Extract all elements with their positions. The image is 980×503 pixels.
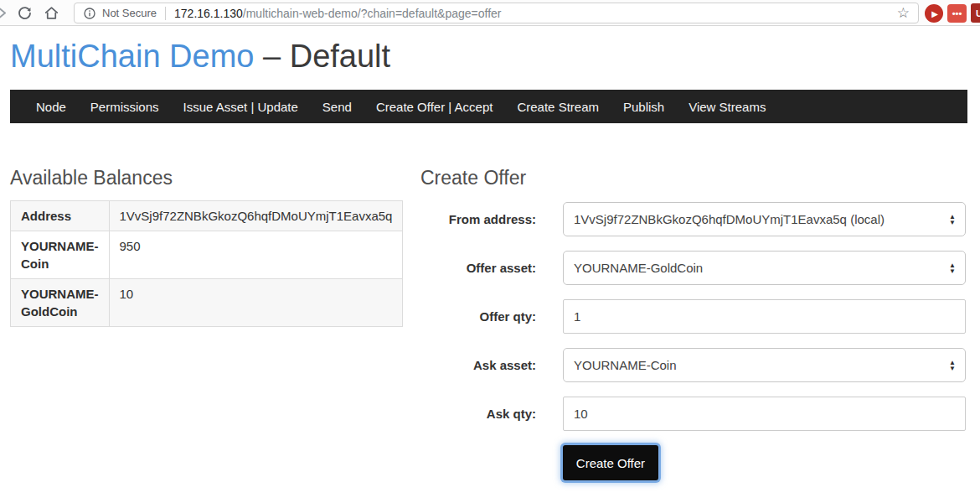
stepper-down-icon: ▼	[949, 366, 956, 371]
stepper-down-icon: ▼	[949, 268, 956, 274]
nav-item-issue-asset-update[interactable]: Issue Asset | Update	[183, 100, 298, 114]
shield-glyph: U	[976, 8, 980, 18]
reload-icon[interactable]	[17, 5, 33, 21]
balance-row-label: YOURNAME-GoldCoin	[11, 279, 110, 327]
stepper-down-icon: ▼	[949, 220, 956, 226]
from-address-label: From address:	[410, 202, 536, 236]
balances-title: Available Balances	[10, 167, 173, 189]
select-stepper-icon: ▲ ▼	[949, 262, 956, 274]
offer-asset-label: Offer asset:	[410, 251, 536, 285]
nav-item-create-stream[interactable]: Create Stream	[517, 100, 599, 114]
offer-qty-input[interactable]	[563, 299, 966, 334]
url-host: 172.16.1.130	[174, 7, 243, 20]
create-offer-title: Create Offer	[420, 167, 526, 189]
offer-asset-selected-value: YOURNAME-GoldCoin	[574, 261, 703, 275]
offer-asset-select[interactable]: YOURNAME-GoldCoin ▲ ▼	[563, 251, 966, 285]
address-bar[interactable]: Not Secure 172.16.1.130 /multichain-web-…	[74, 3, 919, 23]
form-row-offer-asset: Offer asset: YOURNAME-GoldCoin ▲ ▼	[410, 251, 966, 285]
ask-asset-select[interactable]: YOURNAME-Coin ▲ ▼	[563, 348, 966, 382]
extension-shield-icon[interactable]: U	[971, 3, 980, 23]
ask-asset-selected-value: YOURNAME-Coin	[574, 358, 677, 372]
nav-item-create-offer-accept[interactable]: Create Offer | Accept	[376, 100, 493, 114]
page-title: MultiChain Demo – Default	[10, 39, 390, 75]
form-row-ask-qty: Ask qty:	[410, 397, 966, 431]
brand-link[interactable]: MultiChain Demo	[10, 39, 254, 74]
nav-item-publish[interactable]: Publish	[623, 100, 664, 114]
balance-row-value: 950	[109, 231, 403, 279]
nav-item-node[interactable]: Node	[36, 100, 66, 114]
main-nav: Node Permissions Issue Asset | Update Se…	[10, 90, 967, 123]
balances-table: Address 1VvSj9f72ZNBkGkozQ6hqfDMoUYmjT1E…	[10, 200, 403, 327]
omnibox-divider	[165, 7, 166, 20]
url-path: /multichain-web-demo/?chain=default&page…	[243, 7, 502, 20]
ask-asset-label: Ask asset:	[410, 348, 536, 382]
form-row-from-address: From address: 1VvSj9f72ZNBkGkozQ6hqfDMoU…	[410, 202, 966, 236]
play-glyph: ▶	[931, 9, 938, 18]
browser-toolbar: Not Secure 172.16.1.130 /multichain-web-…	[0, 0, 980, 26]
balance-row-value: 10	[109, 279, 403, 327]
form-row-offer-qty: Offer qty:	[410, 299, 966, 334]
ask-qty-input[interactable]	[563, 397, 966, 431]
nav-item-permissions[interactable]: Permissions	[90, 100, 159, 114]
forward-icon[interactable]	[0, 5, 10, 21]
offer-qty-label: Offer qty:	[410, 299, 536, 334]
extension-dots-icon[interactable]: •••	[947, 4, 967, 23]
extension-play-icon[interactable]: ▶	[925, 4, 943, 23]
balance-row-label: Address	[11, 201, 110, 231]
select-stepper-icon: ▲ ▼	[949, 360, 956, 371]
dots-glyph: •••	[952, 8, 962, 18]
info-icon[interactable]	[83, 7, 96, 20]
security-badge: Not Secure	[102, 7, 157, 19]
bookmark-star-icon[interactable]: ☆	[897, 6, 910, 20]
ask-qty-label: Ask qty:	[410, 397, 536, 431]
table-row: YOURNAME-GoldCoin 10	[11, 279, 403, 327]
create-offer-button[interactable]: Create Offer	[563, 445, 658, 480]
page-title-chain: – Default	[263, 39, 390, 74]
balance-row-value: 1VvSj9f72ZNBkGkozQ6hqfDMoUYmjT1Eavxa5q	[109, 201, 403, 231]
table-row: YOURNAME-Coin 950	[11, 231, 403, 279]
form-row-ask-asset: Ask asset: YOURNAME-Coin ▲ ▼	[410, 348, 966, 382]
balance-row-label: YOURNAME-Coin	[11, 231, 110, 279]
select-stepper-icon: ▲ ▼	[949, 214, 956, 226]
from-address-select[interactable]: 1VvSj9f72ZNBkGkozQ6hqfDMoUYmjT1Eavxa5q (…	[563, 202, 966, 236]
nav-item-send[interactable]: Send	[322, 100, 352, 114]
from-address-selected-value: 1VvSj9f72ZNBkGkozQ6hqfDMoUYmjT1Eavxa5q (…	[574, 212, 885, 226]
browser-window: Not Secure 172.16.1.130 /multichain-web-…	[0, 0, 980, 503]
home-icon[interactable]	[44, 5, 59, 21]
nav-item-view-streams[interactable]: View Streams	[689, 100, 766, 114]
table-row: Address 1VvSj9f72ZNBkGkozQ6hqfDMoUYmjT1E…	[11, 201, 403, 231]
